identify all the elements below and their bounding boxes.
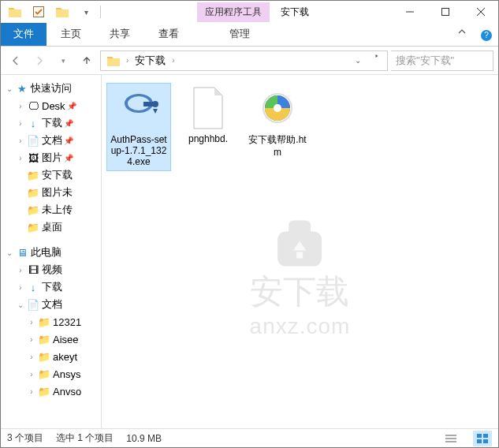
tree-item[interactable]: ›↓下载: [1, 278, 101, 296]
file-item[interactable]: pnghhbd.: [176, 83, 240, 147]
tab-file[interactable]: 文件: [1, 23, 47, 46]
tree-item[interactable]: ›📁Ansys: [1, 365, 101, 383]
pin-icon: 📌: [64, 154, 73, 162]
tree-item[interactable]: ⌄📄文档: [1, 296, 101, 313]
tree-item[interactable]: 📁桌面: [1, 218, 101, 236]
file-icon: [186, 86, 230, 130]
svg-point-8: [274, 104, 281, 112]
search-input[interactable]: 搜索"安下载": [391, 50, 493, 71]
context-tab-heading: 应用程序工具: [197, 2, 270, 22]
nav-bar: ▾ › 安下载 › ⌄ 搜索"安下载": [1, 47, 498, 75]
folder-icon: [7, 4, 23, 20]
address-dropdown-button[interactable]: ⌄: [350, 56, 366, 65]
tree-this-pc[interactable]: ⌄🖥此电脑: [1, 244, 101, 261]
folder-icon: 📁: [37, 334, 51, 345]
tab-manage[interactable]: 管理: [214, 23, 266, 46]
folder-icon[interactable]: [54, 4, 70, 20]
help-icon: ?: [481, 30, 492, 41]
pc-icon: 🖥: [15, 247, 29, 259]
svg-rect-10: [289, 221, 311, 237]
tab-home[interactable]: 主页: [47, 23, 95, 46]
tree-item[interactable]: ›🖼图片📌: [1, 149, 101, 166]
help-button[interactable]: ?: [475, 23, 498, 46]
nav-tree: ⌄★快速访问 ›🖵Desk📌 ›↓下载📌 ›📄文档📌 ›🖼图片📌 📁安下载 📁图…: [1, 75, 102, 428]
svg-rect-14: [477, 434, 482, 438]
file-name: pnghhbd.: [179, 133, 237, 144]
tab-share[interactable]: 共享: [95, 23, 144, 46]
folder-icon: 📁: [26, 222, 40, 233]
file-name: AuthPass-setup-1.7.1_1324.exe: [110, 134, 167, 167]
desktop-icon: 🖵: [26, 100, 40, 112]
minimize-button[interactable]: [392, 1, 427, 23]
svg-rect-9: [277, 232, 322, 267]
star-icon: ★: [15, 83, 29, 95]
window-title: 安下载: [270, 2, 320, 22]
folder-icon: 📁: [26, 187, 40, 199]
tree-item[interactable]: 📁安下载: [1, 166, 101, 184]
up-button[interactable]: [76, 50, 97, 71]
tree-quick-access[interactable]: ⌄★快速访问: [1, 80, 101, 97]
recent-locations-button[interactable]: ▾: [53, 50, 73, 71]
tree-item[interactable]: ›📁akeyt: [1, 348, 101, 365]
status-size: 10.9 MB: [126, 433, 162, 444]
downloads-icon: ↓: [26, 282, 40, 293]
documents-icon: 📄: [26, 135, 40, 147]
folder-icon: [102, 55, 125, 66]
folder-icon: 📁: [37, 316, 51, 328]
tree-item[interactable]: ›🖵Desk📌: [1, 97, 101, 114]
status-selected: 选中 1 个项目: [56, 431, 114, 445]
file-name: 安下载帮助.htm: [248, 133, 307, 158]
refresh-button[interactable]: [366, 54, 385, 67]
chevron-right-icon[interactable]: ›: [125, 56, 130, 65]
tree-item[interactable]: ›↓下载📌: [1, 114, 101, 132]
checkbox-icon[interactable]: [31, 4, 47, 20]
back-button[interactable]: [6, 50, 26, 71]
ribbon: 文件 主页 共享 查看 管理 ?: [1, 23, 498, 47]
details-view-button[interactable]: [441, 431, 460, 446]
maximize-button[interactable]: [427, 1, 463, 23]
folder-icon: 📁: [26, 204, 40, 216]
address-bar[interactable]: › 安下载 › ⌄: [100, 50, 388, 71]
svg-rect-2: [441, 9, 449, 16]
folder-icon: 📁: [26, 170, 40, 181]
svg-rect-17: [483, 439, 488, 443]
file-item[interactable]: 安下载帮助.htm: [245, 83, 310, 161]
ribbon-collapse-button[interactable]: [449, 23, 475, 46]
tree-item[interactable]: ›📁12321: [1, 313, 101, 330]
icons-view-button[interactable]: [473, 431, 492, 446]
forward-button[interactable]: [29, 50, 50, 71]
tree-item[interactable]: ›🎞视频: [1, 261, 101, 278]
documents-icon: 📄: [26, 299, 40, 311]
status-item-count: 3 个项目: [7, 431, 43, 445]
breadcrumb-item[interactable]: 安下载: [130, 54, 170, 68]
chevron-right-icon[interactable]: ›: [170, 56, 176, 65]
exe-icon: [117, 87, 161, 131]
status-bar: 3 个项目 选中 1 个项目 10.9 MB: [1, 428, 498, 447]
qat-overflow-icon[interactable]: ▾: [78, 4, 94, 20]
tree-item[interactable]: ›📁Aisee: [1, 330, 101, 348]
svg-point-6: [152, 101, 158, 107]
tree-item[interactable]: ›📄文档📌: [1, 132, 101, 149]
videos-icon: 🎞: [26, 264, 40, 276]
tree-item[interactable]: 📁未上传: [1, 201, 101, 218]
tab-view[interactable]: 查看: [144, 23, 193, 46]
file-list[interactable]: AuthPass-setup-1.7.1_1324.exe pnghhbd. 安…: [102, 75, 498, 428]
htm-icon: [255, 86, 300, 130]
close-button[interactable]: [463, 1, 498, 23]
quick-access-toolbar: ▾: [1, 4, 102, 20]
folder-icon: 📁: [37, 386, 51, 398]
pictures-icon: 🖼: [26, 152, 40, 164]
separator: [100, 6, 101, 18]
titlebar: ▾ 应用程序工具 安下载: [1, 1, 498, 23]
watermark: 安下载 anxz.com: [250, 215, 351, 339]
pin-icon: 📌: [64, 136, 73, 145]
folder-icon: 📁: [37, 368, 51, 380]
svg-rect-15: [483, 434, 488, 438]
pin-icon: 📌: [64, 119, 73, 128]
tree-item[interactable]: 📁图片未: [1, 184, 101, 201]
tree-item[interactable]: ›📁Anvso: [1, 383, 101, 400]
downloads-icon: ↓: [26, 118, 40, 129]
svg-rect-16: [477, 439, 482, 443]
file-item[interactable]: AuthPass-setup-1.7.1_1324.exe: [106, 83, 171, 171]
window-controls: [392, 1, 498, 23]
